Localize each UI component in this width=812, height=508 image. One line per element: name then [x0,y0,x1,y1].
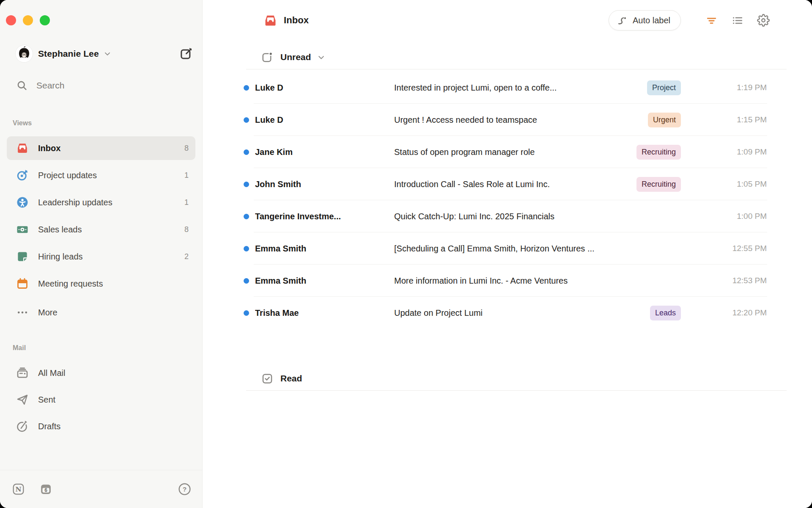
compose-button[interactable] [179,47,193,61]
email-label-badge: Leads [650,306,681,320]
email-row[interactable]: Emma Smith More information in Lumi Inc.… [203,265,812,297]
mail-section-label: Mail [7,344,195,352]
email-row[interactable]: Luke D Urgent ! Access needed to teamspa… [203,104,812,136]
sidebar-item-label: Project updates [38,171,184,180]
email-label-badge: Recruiting [636,177,681,192]
email-subject: Quick Catch-Up: Lumi Inc. 2025 Financial… [394,212,681,221]
email-time: 1:05 PM [697,179,767,189]
email-subject: More information in Lumi Inc. - Acme Ven… [394,276,681,286]
email-time: 1:19 PM [697,83,767,92]
sidebar-item-meeting-requests[interactable]: Meeting requests [7,272,195,295]
app-window: Stephanie Lee [0,0,812,508]
email-sender: Jane Kim [255,147,394,157]
email-subject: Status of open program manager role [394,147,636,157]
calendar-day-icon[interactable]: 6 [40,483,52,495]
sidebar-item-label: Drafts [38,422,189,431]
inbox-icon [263,14,277,28]
sidebar-item-project-updates[interactable]: Project updates 1 [7,163,195,187]
auto-label-button[interactable]: Auto label [609,10,681,30]
email-time: 1:15 PM [697,115,767,124]
email-sender: Luke D [255,115,394,125]
sidebar-item-sales-leads[interactable]: Sales leads 8 [7,218,195,241]
settings-gear-icon[interactable] [757,14,770,27]
sidebar-item-hiring-leads[interactable]: Hiring leads 2 [7,245,195,268]
email-label-badge: Urgent [648,113,681,127]
calendar-icon [16,277,29,290]
email-list: Luke D Interested in project Lumi, open … [203,72,812,329]
banknote-icon [16,223,29,236]
sidebar-item-label: Leadership updates [38,198,184,207]
email-label-badge: Project [647,80,681,95]
email-row[interactable]: Emma Smith [Scheduling a Call] Emma Smit… [203,232,812,265]
views-list: Inbox 8 Project updates 1 [7,136,195,324]
sidebar-item-inbox[interactable]: Inbox 8 [7,136,195,160]
email-sender: John Smith [255,179,394,189]
account-switcher[interactable]: Stephanie Lee [7,44,195,63]
unread-dot-icon [244,214,249,219]
unread-dot-icon [244,310,249,316]
window-controls [0,0,202,25]
chevron-down-icon [103,50,112,58]
search-input[interactable]: Search [7,77,195,94]
email-row[interactable]: Trisha Mae Update on Project Lumi Leads … [203,297,812,329]
inbox-icon [16,142,29,155]
unread-dot-icon [244,278,249,284]
unread-dot-icon [244,117,249,123]
sidebar-item-more[interactable]: More [7,301,195,324]
unread-dot-icon [244,149,249,155]
sidebar-item-count: 8 [184,225,189,234]
ellipsis-icon [16,306,29,319]
person-icon [16,196,29,209]
close-window-button[interactable] [6,15,16,25]
email-sender: Tangerine Investme... [255,212,394,221]
email-subject: Interested in project Lumi, open to a co… [394,83,647,93]
sidebar-item-sent[interactable]: Sent [7,388,195,411]
sidebar-item-count: 1 [184,171,189,180]
email-row[interactable]: Luke D Interested in project Lumi, open … [203,72,812,104]
email-sender: Luke D [255,83,394,93]
notion-logo-icon[interactable]: N [12,483,25,495]
list-view-icon[interactable] [731,14,743,27]
sidebar: Stephanie Lee [0,0,203,508]
auto-label-text: Auto label [633,16,670,25]
search-placeholder: Search [36,80,65,91]
email-subject: [Scheduling a Call] Emma Smith, Horizon … [394,244,681,254]
zoom-window-button[interactable] [40,15,50,25]
sidebar-item-count: 8 [184,144,189,153]
minimize-window-button[interactable] [23,15,33,25]
email-row[interactable]: Jane Kim Status of open program manager … [203,136,812,168]
mail-list: All Mail Sent [7,361,195,438]
read-group-title: Read [280,373,302,384]
email-time: 1:00 PM [697,212,767,221]
sidebar-item-drafts[interactable]: Drafts [7,414,195,438]
sidebar-item-label: Sent [38,395,189,405]
filter-icon[interactable] [705,14,718,27]
email-subject: Introduction Call - Sales Role at Lumi I… [394,179,636,189]
main-header: Inbox Auto label [203,0,812,30]
email-sender: Emma Smith [255,276,394,286]
email-sender: Emma Smith [255,244,394,254]
svg-text:N: N [15,485,21,493]
email-row[interactable]: John Smith Introduction Call - Sales Rol… [203,168,812,200]
main-panel: Inbox Auto label [203,0,812,508]
read-group-header[interactable]: Read [203,368,812,389]
divider [246,390,787,391]
user-name: Stephanie Lee [38,49,99,59]
sidebar-item-label: All Mail [38,368,189,378]
unread-icon [261,51,273,63]
sidebar-item-leadership-updates[interactable]: Leadership updates 1 [7,190,195,214]
email-sender: Trisha Mae [255,308,394,318]
target-icon [16,169,29,182]
page-title: Inbox [284,15,309,26]
chevron-down-icon [317,53,326,62]
help-icon[interactable]: ? [178,483,191,496]
sidebar-item-all-mail[interactable]: All Mail [7,361,195,385]
email-row[interactable]: Tangerine Investme... Quick Catch-Up: Lu… [203,200,812,232]
unread-dot-icon [244,85,249,91]
auto-label-icon [617,15,628,26]
unread-group-header[interactable]: Unread [203,47,812,68]
divider [246,69,787,69]
all-mail-icon [16,367,29,379]
sidebar-item-label: More [38,308,189,318]
sidebar-item-label: Meeting requests [38,279,189,289]
